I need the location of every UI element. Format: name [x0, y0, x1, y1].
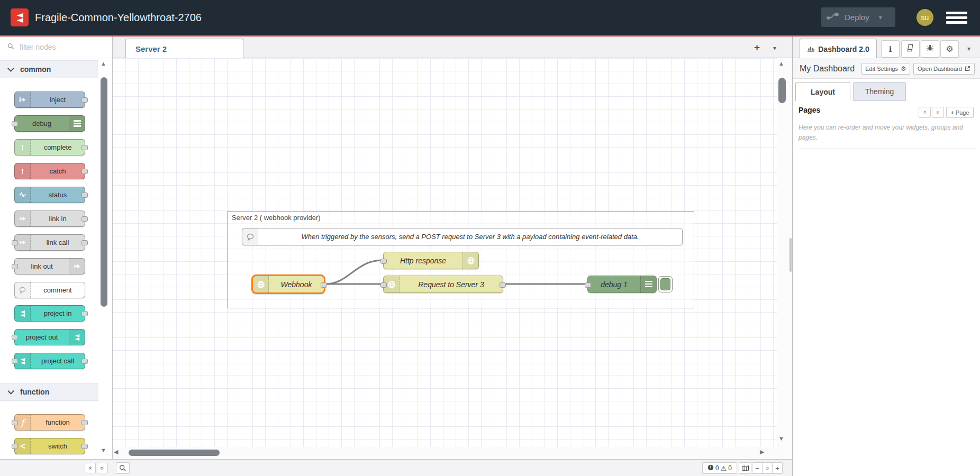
palette-scroll-up-icon[interactable]: ▲ — [101, 61, 106, 67]
input-port[interactable] — [380, 282, 387, 288]
canvas-scroll-up-icon[interactable]: ▲ — [778, 61, 784, 67]
node-label: Http response — [384, 252, 462, 269]
output-port[interactable] — [81, 444, 88, 449]
link-arrow-icon — [15, 211, 31, 226]
palette-scrollbar-thumb[interactable] — [101, 77, 107, 307]
flow-list-caret-icon[interactable]: ▾ — [773, 44, 776, 52]
flow-tab-server-2[interactable]: Server 2 — [125, 39, 243, 59]
canvas-scroll-down-icon[interactable]: ▼ — [778, 436, 784, 442]
comment-node[interactable]: When triggered by the sensors, send a PO… — [242, 228, 683, 245]
output-port[interactable] — [81, 169, 88, 174]
warning-count: 0 — [728, 464, 732, 472]
output-port[interactable] — [500, 282, 506, 288]
palette-node-project-out[interactable]: project out — [14, 329, 85, 345]
input-port[interactable] — [12, 264, 18, 269]
config-sidebar-button[interactable]: ⚙ — [940, 40, 959, 58]
node-red-window: Fragile-Common-Yellowthroat-2706 Deploy … — [0, 0, 980, 476]
palette-node-function[interactable]: ƒ function — [14, 414, 85, 431]
input-port[interactable] — [12, 444, 18, 449]
palette-node-status[interactable]: status — [14, 187, 85, 203]
canvas-scroll-left-icon[interactable]: ◀ — [114, 449, 118, 455]
palette-node-link-out[interactable]: link out — [14, 258, 85, 274]
list-bars-icon — [69, 116, 85, 131]
palette-collapse-all-button[interactable]: » — [85, 463, 96, 473]
output-port[interactable] — [81, 359, 88, 364]
palette-category-function[interactable]: function — [0, 383, 98, 401]
help-sidebar-button[interactable] — [901, 40, 920, 58]
pulse-icon — [15, 187, 31, 203]
deploy-button[interactable]: Deploy ▾ — [821, 7, 895, 27]
node-http-response[interactable]: Http response — [383, 252, 479, 269]
palette-search[interactable] — [0, 36, 112, 58]
node-red-logo-icon — [11, 8, 29, 26]
debug-sidebar-button[interactable] — [921, 40, 939, 58]
palette-category-common[interactable]: common — [0, 60, 98, 78]
input-port[interactable] — [380, 259, 387, 264]
debug-enable-toggle[interactable] — [658, 276, 673, 292]
palette-node-comment[interactable]: comment — [14, 282, 85, 298]
flow-canvas[interactable]: Server 2 ( webhook provider) When trigge… — [113, 58, 777, 447]
statusbar: » » 0 ⚠ 0 − ○ + — [0, 459, 792, 476]
zoom-in-button[interactable]: + — [772, 463, 782, 473]
search-flows-button[interactable] — [116, 462, 130, 474]
node-request-to-server-3[interactable]: Request to Server 3 — [383, 276, 503, 293]
canvas-scroll-right-icon[interactable]: ▶ — [760, 449, 764, 455]
palette-node-switch[interactable]: switch — [14, 438, 85, 454]
info-sidebar-button[interactable]: i — [881, 40, 900, 58]
input-port[interactable] — [12, 121, 18, 126]
output-port[interactable] — [81, 420, 88, 425]
user-avatar[interactable]: su — [917, 9, 933, 26]
output-port[interactable] — [81, 216, 88, 222]
node-webhook[interactable]: Webhook — [251, 274, 325, 294]
canvas-vscrollbar-thumb[interactable] — [778, 78, 786, 103]
output-port[interactable] — [81, 311, 88, 316]
bar-chart-icon — [807, 44, 815, 54]
exclamation-icon: ! — [15, 163, 31, 179]
canvas-hscrollbar-thumb[interactable] — [129, 450, 220, 456]
edit-settings-button[interactable]: Edit Settings ⚙ — [861, 63, 910, 75]
palette-node-debug[interactable]: debug — [14, 115, 85, 132]
output-port[interactable] — [81, 145, 88, 150]
node-debug-1[interactable]: debug 1 — [587, 276, 657, 293]
input-port[interactable] — [585, 282, 591, 288]
tab-layout[interactable]: Layout — [795, 82, 850, 101]
move-page-up-button[interactable]: » — [919, 107, 931, 118]
bug-icon — [926, 44, 934, 54]
main-menu-button[interactable] — [946, 12, 967, 24]
add-flow-button[interactable]: + — [754, 42, 760, 52]
move-page-down-button[interactable]: » — [932, 107, 944, 118]
palette-node-catch[interactable]: ! catch — [14, 163, 85, 179]
notifications-button[interactable]: 0 ⚠ 0 — [702, 462, 737, 474]
sidebar-resize-grip[interactable] — [790, 238, 792, 272]
deploy-label: Deploy — [845, 13, 869, 22]
input-port[interactable] — [12, 335, 18, 340]
navigator-map-button[interactable] — [739, 462, 751, 474]
input-port[interactable] — [12, 359, 18, 364]
palette-expand-all-button[interactable]: » — [97, 463, 108, 473]
deploy-caret-icon[interactable]: ▾ — [879, 14, 882, 21]
output-port[interactable] — [321, 282, 327, 288]
palette-node-project-in[interactable]: project in — [14, 305, 85, 322]
palette-node-project-call[interactable]: project call — [14, 353, 85, 369]
palette-node-link-call[interactable]: link call — [14, 234, 85, 251]
zoom-out-button[interactable]: − — [752, 463, 762, 473]
output-port[interactable] — [81, 240, 88, 245]
output-port[interactable] — [81, 193, 88, 198]
sidebar-tabs-caret-icon[interactable]: ▾ — [967, 45, 970, 52]
input-port[interactable] — [12, 420, 18, 425]
palette-filter-input[interactable] — [19, 42, 100, 52]
external-link-icon — [965, 66, 970, 72]
input-port[interactable] — [12, 240, 18, 245]
palette-node-link-in[interactable]: link in — [14, 210, 85, 227]
output-port[interactable] — [81, 97, 88, 103]
palette-node-complete[interactable]: ! complete — [14, 139, 85, 155]
speech-bubble-icon — [242, 228, 258, 245]
sidebar-tabbar: Dashboard 2.0 i ⚙ ▾ — [793, 36, 980, 58]
zoom-reset-button[interactable]: ○ — [762, 463, 772, 473]
tab-theming[interactable]: Theming — [853, 82, 906, 101]
add-page-button[interactable]: + Page — [946, 107, 974, 118]
open-dashboard-button[interactable]: Open Dashboard — [913, 63, 975, 75]
palette-node-inject[interactable]: inject — [14, 91, 85, 108]
tab-dashboard-2[interactable]: Dashboard 2.0 — [800, 39, 877, 59]
palette-scroll-down-icon[interactable]: ▼ — [101, 447, 106, 453]
